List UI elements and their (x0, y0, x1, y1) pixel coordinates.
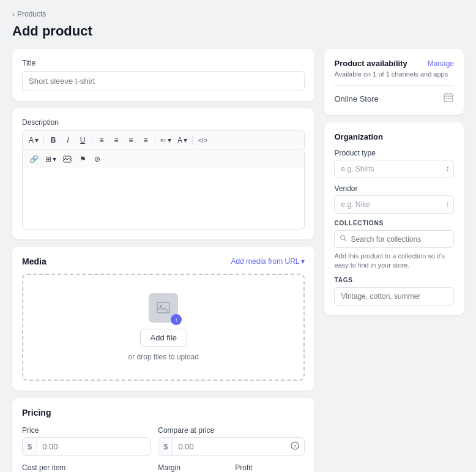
left-column: Title Description A ▾ B I U ≡ (12, 49, 314, 472)
toolbar-sep2 (92, 135, 92, 145)
price-input-wrap: $ (22, 437, 151, 456)
compare-price-label: Compare at price (158, 426, 305, 435)
compare-price-field: Compare at price $ ? (158, 426, 305, 456)
add-media-arrow: ▾ (301, 257, 305, 266)
breadcrumb[interactable]: ‹ Products (12, 10, 464, 18)
org-title: Organization (334, 132, 454, 141)
align-justify-button[interactable]: ≡ (139, 133, 152, 147)
svg-rect-6 (444, 94, 453, 102)
pricing-title: Pricing (22, 408, 305, 418)
media-header: Media Add media from URL ▾ (22, 257, 305, 266)
drop-text: or drop files to upload (128, 353, 199, 361)
table-button[interactable]: ⊞ ▾ (43, 153, 59, 165)
title-input[interactable] (22, 71, 305, 91)
description-card: Description A ▾ B I U ≡ ≡ ≡ ≡ (12, 108, 314, 239)
compare-price-input-wrap: $ ? (158, 437, 305, 456)
margin-profit-group: Margin -- Profit -- (158, 463, 305, 472)
margin-item: Margin -- (158, 463, 228, 472)
media-card: Media Add media from URL ▾ (12, 247, 314, 391)
online-store-label: Online Store (334, 94, 378, 103)
underline-button[interactable]: U (76, 133, 89, 147)
margin-label: Margin (158, 463, 228, 472)
cost-field: Cost per item $ (22, 463, 151, 472)
toolbar-sep4 (192, 135, 193, 145)
link-button[interactable]: 🔗 (26, 152, 42, 166)
toolbar-row2: 🔗 ⊞ ▾ ⚑ ⊘ (22, 149, 305, 168)
svg-text:?: ? (294, 444, 297, 449)
availability-header: Product availability Manage (334, 59, 454, 68)
code-button[interactable]: </> (195, 133, 210, 147)
product-type-select[interactable]: e.g. Shirts (334, 160, 454, 178)
pricing-card: Pricing Price $ Compare at price $ (12, 398, 314, 472)
font-icon: A (29, 136, 34, 144)
vendor-select[interactable]: e.g. Nike (334, 195, 454, 214)
bold-button[interactable]: B (46, 133, 60, 147)
tags-input[interactable] (334, 287, 454, 305)
media-title: Media (22, 257, 46, 266)
add-media-url-button[interactable]: Add media from URL ▾ (231, 257, 305, 266)
clear-format-button[interactable]: ⊘ (91, 152, 104, 166)
price-input[interactable] (37, 438, 150, 455)
collections-section: COLLECTIONS Add this product to a collec… (334, 220, 454, 271)
collections-search-input[interactable] (351, 235, 448, 244)
availability-subtitle: Available on 1 of 1 channels and apps (334, 70, 454, 78)
profit-item: Profit -- (235, 463, 305, 472)
text-dir-icon: ⇐ (160, 136, 166, 144)
tags-label: TAGS (334, 277, 454, 283)
add-file-button[interactable]: Add file (140, 329, 187, 347)
profit-label: Profit (235, 463, 305, 472)
text-dir-button[interactable]: ⇐ ▾ (158, 134, 174, 146)
toolbar-row1: A ▾ B I U ≡ ≡ ≡ ≡ ⇐ ▾ (22, 130, 305, 149)
title-field-label: Title (22, 59, 305, 67)
vendor-field: Vendor e.g. Nike ⁝ (334, 184, 454, 214)
manage-link[interactable]: Manage (428, 59, 454, 68)
calendar-icon[interactable] (443, 92, 454, 105)
svg-rect-7 (446, 98, 447, 99)
availability-divider (334, 85, 454, 86)
align-center-button[interactable]: ≡ (110, 133, 123, 147)
product-type-select-wrap: e.g. Shirts ⁝ (334, 160, 454, 178)
collections-hint: Add this product to a collection so it's… (334, 252, 454, 271)
description-editor[interactable] (22, 168, 305, 230)
upload-arrow-icon: ↑ (171, 314, 182, 325)
price-label: Price (22, 426, 151, 435)
align-left-button[interactable]: ≡ (95, 133, 108, 147)
vendor-label: Vendor (334, 184, 454, 193)
price-row: Price $ Compare at price $ (22, 426, 305, 456)
page-title: Add product (12, 23, 464, 39)
compare-price-info-icon: ? (286, 441, 304, 452)
add-media-label: Add media from URL (231, 257, 299, 266)
availability-title: Product availability (334, 59, 407, 68)
collections-search-icon (340, 234, 347, 244)
price-field: Price $ (22, 426, 151, 456)
italic-button[interactable]: I (61, 133, 75, 147)
online-store-row: Online Store (334, 92, 454, 105)
align-right-button[interactable]: ≡ (124, 133, 138, 147)
price-prefix: $ (23, 438, 37, 455)
availability-card: Product availability Manage Available on… (324, 49, 464, 115)
product-type-label: Product type (334, 149, 454, 157)
breadcrumb-label: Products (17, 10, 46, 18)
table-arrow: ▾ (53, 155, 56, 163)
font-dropdown[interactable]: A ▾ (26, 134, 41, 146)
tags-section: TAGS (334, 277, 454, 305)
compare-price-input[interactable] (173, 438, 286, 455)
highlight-icon: A (177, 136, 182, 144)
organization-card: Organization Product type e.g. Shirts ⁝ … (324, 122, 464, 315)
vendor-select-wrap: e.g. Nike ⁝ (334, 195, 454, 214)
svg-point-10 (341, 236, 345, 240)
upload-icon-wrap: ↑ (149, 293, 178, 323)
table-icon: ⊞ (45, 155, 51, 163)
cost-row: Cost per item $ Margin -- Profit (22, 463, 305, 472)
collections-search-wrap (334, 230, 454, 248)
collections-label: COLLECTIONS (334, 220, 454, 227)
svg-rect-9 (450, 98, 452, 99)
image-button[interactable] (60, 152, 75, 166)
cost-label: Cost per item (22, 463, 151, 472)
drop-zone[interactable]: ↑ Add file or drop files to upload (22, 274, 305, 381)
highlight-button[interactable]: A ▾ (175, 134, 190, 146)
text-dir-arrow: ▾ (168, 136, 171, 144)
flag-button[interactable]: ⚑ (76, 152, 89, 166)
title-card: Title (12, 49, 314, 101)
font-dropdown-arrow: ▾ (35, 136, 39, 144)
